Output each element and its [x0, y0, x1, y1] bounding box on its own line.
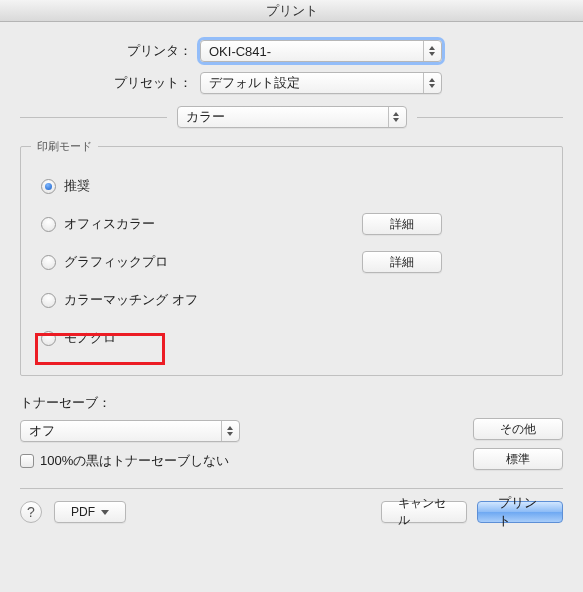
radio-icon — [41, 293, 56, 308]
checkbox-icon — [20, 454, 34, 468]
radio-label: モノクロ — [64, 329, 116, 347]
updown-icon — [388, 107, 404, 127]
radio-icon — [41, 217, 56, 232]
window-title: プリント — [0, 0, 583, 22]
tonersave-value: オフ — [29, 422, 55, 440]
preset-row: プリセット： デフォルト設定 — [20, 72, 563, 94]
help-button[interactable]: ? — [20, 501, 42, 523]
print-mode-legend: 印刷モード — [31, 139, 98, 154]
tonersave-select[interactable]: オフ — [20, 420, 240, 442]
pane-select[interactable]: カラー — [177, 106, 407, 128]
detail-button[interactable]: 詳細 — [362, 251, 442, 273]
radio-row-recommended[interactable]: 推奨 — [41, 167, 542, 205]
radio-label: グラフィックプロ — [64, 253, 168, 271]
preset-select[interactable]: デフォルト設定 — [200, 72, 442, 94]
printer-label: プリンタ： — [20, 42, 200, 60]
tonersave-checkbox-label: 100%の黒はトナーセーブしない — [40, 452, 229, 470]
radio-icon — [41, 255, 56, 270]
tonersave-checkbox-row[interactable]: 100%の黒はトナーセーブしない — [20, 452, 473, 470]
dialog-content: プリンタ： OKI-C841- プリセット： デフォルト設定 カラー 印刷モード… — [0, 22, 583, 489]
radio-row-monochrome[interactable]: モノクロ — [41, 319, 542, 357]
preset-label: プリセット： — [20, 74, 200, 92]
radio-row-colormatch-off[interactable]: カラーマッチング オフ — [41, 281, 542, 319]
updown-icon — [423, 41, 439, 61]
chevron-down-icon — [101, 510, 109, 515]
footer: ? PDF キャンセル プリント — [0, 501, 583, 537]
standard-button[interactable]: 標準 — [473, 448, 563, 470]
radio-icon — [41, 179, 56, 194]
updown-icon — [423, 73, 439, 93]
printer-row: プリンタ： OKI-C841- — [20, 40, 563, 62]
pane-value: カラー — [186, 108, 225, 126]
other-button[interactable]: その他 — [473, 418, 563, 440]
cancel-button[interactable]: キャンセル — [381, 501, 467, 523]
print-button[interactable]: プリント — [477, 501, 563, 523]
detail-button[interactable]: 詳細 — [362, 213, 442, 235]
pdf-label: PDF — [71, 505, 95, 519]
print-mode-fieldset: 印刷モード 推奨 オフィスカラー 詳細 グラフィックプロ 詳細 カラーマッチング… — [20, 146, 563, 376]
printer-select[interactable]: OKI-C841- — [200, 40, 442, 62]
updown-icon — [221, 421, 237, 441]
printer-value: OKI-C841- — [209, 44, 271, 59]
radio-icon — [41, 331, 56, 346]
radio-label: オフィスカラー — [64, 215, 155, 233]
pane-divider: カラー — [20, 106, 563, 128]
preset-value: デフォルト設定 — [209, 74, 300, 92]
pdf-menu-button[interactable]: PDF — [54, 501, 126, 523]
footer-divider — [20, 488, 563, 489]
lower-section: トナーセーブ： オフ 100%の黒はトナーセーブしない その他 標準 — [20, 394, 563, 470]
radio-label: カラーマッチング オフ — [64, 291, 198, 309]
radio-row-office-color[interactable]: オフィスカラー 詳細 — [41, 205, 542, 243]
radio-row-graphic-pro[interactable]: グラフィックプロ 詳細 — [41, 243, 542, 281]
radio-label: 推奨 — [64, 177, 90, 195]
tonersave-label: トナーセーブ： — [20, 394, 473, 412]
